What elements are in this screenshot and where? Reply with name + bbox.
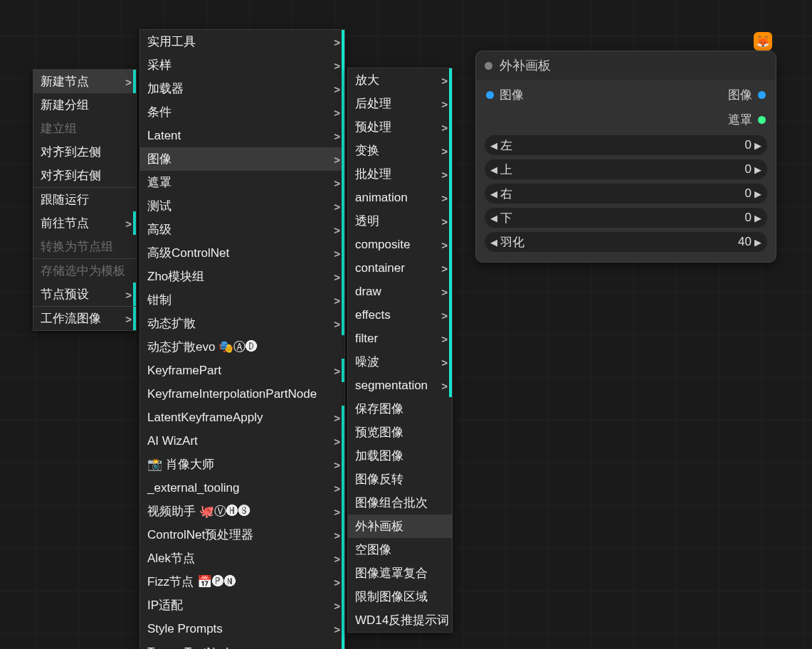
menu-item[interactable]: draw>	[348, 280, 452, 303]
menu-item[interactable]: 图像组合批次	[348, 491, 452, 515]
menu-item-label: 噪波	[355, 354, 379, 370]
decrement-icon[interactable]: ◀	[490, 189, 497, 199]
input-port[interactable]: 图像	[486, 87, 524, 103]
menu-item[interactable]: composite>	[348, 233, 452, 256]
menu-item-label: 遮罩	[147, 174, 172, 191]
menu-item[interactable]: 后处理>	[348, 92, 452, 115]
menu-item[interactable]: 透明>	[348, 209, 452, 233]
menu-item[interactable]: 动态扩散evo 🎭Ⓐ🅓	[140, 335, 344, 359]
widget-value[interactable]: 0	[745, 211, 754, 225]
menu-item[interactable]: 外补画板	[348, 515, 452, 538]
port-dot[interactable]	[758, 91, 766, 99]
menu-item[interactable]: KeyframePart>	[140, 359, 344, 382]
submenu-stripe	[342, 453, 344, 476]
menu-item[interactable]: KeyframeInterpolationPartNode	[140, 382, 344, 406]
menu-item-label: _external_tooling	[147, 481, 239, 495]
menu-item[interactable]: 遮罩>	[140, 171, 344, 194]
menu-item[interactable]: effects>	[348, 303, 452, 327]
number-widget[interactable]: ◀右0▶	[485, 184, 767, 204]
menu-item[interactable]: WD14反推提示词	[348, 608, 452, 632]
menu-item[interactable]: 加载器>	[140, 77, 344, 100]
menu-item[interactable]: 变换>	[348, 139, 452, 162]
number-widget[interactable]: ◀羽化40▶	[485, 232, 767, 252]
menu-item[interactable]: 放大>	[348, 68, 452, 92]
menu-item[interactable]: 图像>	[140, 147, 344, 171]
menu-item[interactable]: 节点预设>	[33, 283, 136, 306]
menu-item[interactable]: 实用工具>	[140, 30, 344, 53]
menu-item[interactable]: _external_tooling>	[140, 476, 344, 500]
increment-icon[interactable]: ▶	[754, 237, 761, 248]
menu-item[interactable]: AI WizArt>	[140, 429, 344, 453]
menu-item[interactable]: 动态扩散>	[140, 312, 344, 335]
menu-item[interactable]: segmentation>	[348, 374, 452, 397]
widget-label: 上	[497, 162, 745, 178]
chevron-right-icon: >	[334, 364, 340, 376]
menu-item[interactable]: 新建节点>	[33, 70, 136, 93]
number-widget[interactable]: ◀下0▶	[485, 208, 767, 228]
menu-item[interactable]: 跟随运行	[33, 188, 136, 211]
menu-item[interactable]: filter>	[348, 327, 452, 350]
menu-item[interactable]: 条件>	[140, 100, 344, 124]
menu-item-label: ControlNet预处理器	[147, 527, 253, 543]
decrement-icon[interactable]: ◀	[490, 140, 497, 151]
menu-item[interactable]: ToyxyzTestNodes>	[140, 640, 344, 649]
menu-item[interactable]: 测试>	[140, 194, 344, 218]
menu-item[interactable]: ControlNet预处理器>	[140, 523, 344, 547]
number-widget[interactable]: ◀左0▶	[485, 135, 767, 155]
menu-item[interactable]: IP适配>	[140, 593, 344, 617]
menu-item-label: 透明	[355, 213, 379, 229]
menu-item[interactable]: 预处理>	[348, 115, 452, 139]
menu-item[interactable]: 钳制>	[140, 288, 344, 312]
menu-item[interactable]: 保存图像	[348, 397, 452, 421]
menu-item[interactable]: 加载图像	[348, 444, 452, 468]
menu-item[interactable]: 高级ControlNet>	[140, 241, 344, 265]
menu-item[interactable]: 对齐到右侧	[33, 164, 136, 187]
output-port[interactable]: 遮罩	[728, 112, 766, 128]
menu-item[interactable]: 📸 肖像大师>	[140, 453, 344, 476]
menu-item[interactable]: 对齐到左侧	[33, 140, 136, 164]
menu-item-label: 视频助手 🐙Ⓥ🅗🅢	[147, 503, 251, 519]
decrement-icon[interactable]: ◀	[490, 164, 497, 175]
menu-item[interactable]: 前往节点>	[33, 211, 136, 235]
widget-value[interactable]: 40	[738, 235, 754, 249]
menu-item[interactable]: Fizz节点 📅🅟🅝>	[140, 570, 344, 593]
menu-item[interactable]: 视频助手 🐙Ⓥ🅗🅢>	[140, 500, 344, 523]
widget-value[interactable]: 0	[745, 162, 754, 176]
node-panel[interactable]: 外补画板 图像 图像遮罩 ◀左0▶◀上0▶◀右0▶◀下0▶◀羽化40▶	[475, 51, 776, 263]
menu-item[interactable]: 批处理>	[348, 162, 452, 186]
increment-icon[interactable]: ▶	[754, 164, 761, 175]
number-widget[interactable]: ◀上0▶	[485, 159, 767, 179]
increment-icon[interactable]: ▶	[754, 213, 761, 223]
node-collapse-dot[interactable]	[485, 62, 492, 70]
menu-item[interactable]: LatentKeyframeApply>	[140, 406, 344, 429]
menu-item[interactable]: 限制图像区域	[348, 585, 452, 608]
output-port[interactable]: 图像	[728, 87, 766, 103]
menu-item[interactable]: Alek节点>	[140, 547, 344, 570]
increment-icon[interactable]: ▶	[754, 140, 761, 151]
menu-item[interactable]: 空图像	[348, 538, 452, 561]
menu-item[interactable]: animation>	[348, 186, 452, 209]
menu-item[interactable]: 预览图像	[348, 421, 452, 444]
menu-item[interactable]: 图像遮罩复合	[348, 561, 452, 585]
menu-item[interactable]: Style Prompts>	[140, 617, 344, 640]
widget-value[interactable]: 0	[745, 186, 754, 201]
menu-item[interactable]: 工作流图像>	[33, 307, 136, 330]
decrement-icon[interactable]: ◀	[490, 213, 497, 223]
node-title-bar[interactable]: 外补画板	[476, 51, 776, 80]
menu-item[interactable]: 噪波>	[348, 350, 452, 374]
port-dot[interactable]	[486, 91, 494, 99]
port-dot[interactable]	[758, 116, 766, 124]
menu-item[interactable]: Latent>	[140, 124, 344, 147]
menu-item-label: 新建节点	[41, 73, 89, 90]
menu-item[interactable]: Zho模块组>	[140, 265, 344, 288]
increment-icon[interactable]: ▶	[754, 189, 761, 199]
menu-item[interactable]: 采样>	[140, 53, 344, 77]
chevron-right-icon: >	[125, 312, 132, 324]
menu-item-label: 放大	[355, 72, 379, 88]
menu-item[interactable]: 图像反转	[348, 468, 452, 491]
widget-value[interactable]: 0	[745, 138, 754, 152]
menu-item[interactable]: container>	[348, 256, 452, 280]
menu-item[interactable]: 高级>	[140, 218, 344, 241]
decrement-icon[interactable]: ◀	[490, 237, 497, 248]
menu-item[interactable]: 新建分组	[33, 93, 136, 117]
